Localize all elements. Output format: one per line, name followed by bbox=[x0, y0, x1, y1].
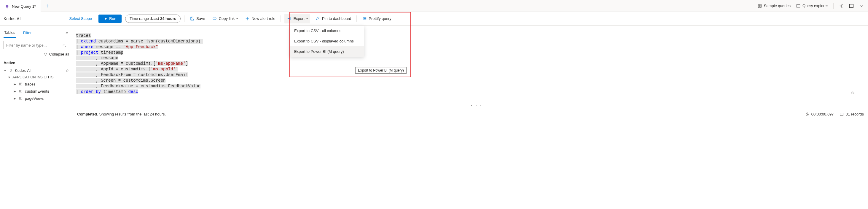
sample-queries-button[interactable]: Sample queries bbox=[757, 4, 790, 8]
sample-queries-label: Sample queries bbox=[764, 4, 790, 8]
run-label: Run bbox=[109, 16, 116, 21]
caret-right-icon: ▶ bbox=[13, 90, 17, 93]
query-explorer-button[interactable]: Query explorer bbox=[796, 4, 828, 8]
chevron-down-icon: ▾ bbox=[236, 17, 238, 20]
gear-icon[interactable] bbox=[839, 4, 844, 8]
export-button[interactable]: Export ▾ bbox=[284, 14, 310, 24]
tab-right-group: Sample queries Query explorer bbox=[757, 3, 868, 9]
status-records-value: 31 records bbox=[846, 112, 864, 116]
code-line: , FeedbackFrom = customdims.UserEmail bbox=[76, 72, 188, 77]
prettify-button[interactable]: Prettify query bbox=[360, 14, 393, 23]
plus-icon bbox=[245, 16, 250, 21]
status-bar: Completed. Showing results from the last… bbox=[73, 109, 868, 119]
tree-item-pageviews[interactable]: ▶ pageViews bbox=[4, 95, 69, 102]
resize-handle[interactable]: • • • bbox=[471, 104, 483, 108]
code-line: , AppName = customdims.['ms-appName'] bbox=[76, 61, 188, 66]
tab-filter[interactable]: Filter bbox=[23, 28, 32, 37]
prettify-icon bbox=[362, 16, 367, 21]
copy-link-button[interactable]: Copy link ▾ bbox=[211, 14, 240, 23]
collapse-all-button[interactable]: Collapse all bbox=[4, 52, 69, 56]
export-csv-displayed[interactable]: Export to CSV - displayed columns bbox=[290, 36, 364, 46]
sidebar-collapse-icon[interactable]: « bbox=[64, 31, 69, 35]
svg-rect-4 bbox=[20, 83, 22, 85]
code-line: , AppId = customdims.['ms-appId'] bbox=[76, 67, 178, 71]
status-records: 31 records bbox=[839, 112, 864, 117]
tree-item-customevents[interactable]: ▶ customEvents bbox=[4, 88, 69, 95]
run-button[interactable]: Run bbox=[98, 14, 122, 23]
svg-rect-2 bbox=[849, 4, 854, 7]
export-icon bbox=[287, 16, 291, 21]
code-line: traces bbox=[76, 33, 91, 38]
favorite-icon[interactable]: ☆ bbox=[65, 68, 69, 73]
tree-item-label: customEvents bbox=[25, 89, 49, 93]
separator bbox=[356, 16, 357, 22]
active-header: Active bbox=[4, 61, 69, 65]
table-icon bbox=[19, 89, 23, 93]
table-icon bbox=[19, 82, 23, 86]
separator bbox=[833, 3, 834, 9]
main-area: Tables Filter « Collapse all Active ▼ Ku… bbox=[0, 26, 868, 109]
pin-label: Pin to dashboard bbox=[322, 16, 351, 21]
new-alert-label: New alert rule bbox=[251, 16, 275, 21]
panel-icon[interactable] bbox=[849, 4, 854, 8]
tree-item-traces[interactable]: ▶ traces bbox=[4, 81, 69, 88]
tree-item-label: traces bbox=[25, 82, 35, 86]
copy-link-label: Copy link bbox=[219, 16, 235, 21]
filter-input[interactable] bbox=[6, 43, 62, 48]
expand-up-icon[interactable] bbox=[851, 80, 866, 106]
collapse-icon bbox=[43, 52, 48, 56]
tab-new-query[interactable]: New Query 1* bbox=[0, 0, 41, 12]
pin-button[interactable]: Pin to dashboard bbox=[314, 14, 353, 23]
grid-icon bbox=[757, 4, 762, 8]
save-label: Save bbox=[196, 16, 205, 21]
explorer-icon bbox=[796, 4, 801, 8]
tooltip: Export to Power BI (M query) bbox=[355, 67, 407, 73]
new-alert-button[interactable]: New alert rule bbox=[243, 14, 277, 23]
stopwatch-icon bbox=[805, 112, 810, 117]
code-line: , Screen = customdims.Screen bbox=[76, 78, 165, 83]
collapse-all-label: Collapse all bbox=[49, 52, 69, 56]
chevron-down-icon: ▾ bbox=[306, 17, 308, 20]
save-button[interactable]: Save bbox=[188, 14, 207, 23]
caret-down-icon: ▼ bbox=[4, 69, 6, 72]
table-icon bbox=[19, 96, 23, 101]
tree-root[interactable]: ▼ Kudos-AI ☆ bbox=[4, 67, 69, 74]
time-range-pill[interactable]: Time range : Last 24 hours bbox=[125, 14, 181, 23]
time-range-label: Time range : bbox=[130, 16, 151, 21]
tree-group[interactable]: ▼ APPLICATION INSIGHTS bbox=[4, 74, 69, 81]
time-range-value: Last 24 hours bbox=[151, 16, 177, 21]
caret-right-icon: ▶ bbox=[13, 83, 17, 86]
sidebar-tabs: Tables Filter « bbox=[4, 28, 69, 38]
code-line: | extend customdims = parse_json(customD… bbox=[76, 39, 203, 43]
export-csv-all[interactable]: Export to CSV - all columns bbox=[290, 26, 364, 36]
code-line: | order by timestamp desc bbox=[76, 89, 138, 94]
tab-tables[interactable]: Tables bbox=[4, 28, 16, 38]
tree-item-label: pageViews bbox=[25, 96, 43, 101]
status-text: Completed. Showing results from the last… bbox=[77, 112, 166, 116]
query-editor[interactable]: traces | extend customdims = parse_json(… bbox=[73, 26, 868, 109]
code-line: , FeedbackValue = customdims.FeedbackVal… bbox=[76, 84, 200, 88]
lightbulb-icon bbox=[5, 4, 9, 9]
query-explorer-label: Query explorer bbox=[803, 4, 828, 8]
status-time-value: 00:00:00.697 bbox=[811, 112, 834, 116]
tab-strip: New Query 1* Sample queries Query explor… bbox=[0, 0, 868, 12]
tree-root-label: Kudos-AI bbox=[15, 68, 31, 73]
svg-rect-6 bbox=[20, 97, 22, 99]
caret-right-icon: ▶ bbox=[13, 97, 17, 100]
export-powerbi[interactable]: Export to Power BI (M query) bbox=[290, 46, 364, 57]
svg-point-1 bbox=[841, 5, 842, 6]
select-scope-button[interactable]: Select Scope bbox=[66, 16, 95, 21]
export-label: Export bbox=[293, 16, 305, 21]
new-tab-button[interactable] bbox=[41, 4, 53, 8]
filter-input-wrap[interactable] bbox=[4, 41, 69, 49]
tree-group-label: APPLICATION INSIGHTS bbox=[12, 75, 53, 79]
svg-rect-0 bbox=[797, 4, 800, 7]
link-icon bbox=[212, 16, 217, 21]
chevron-down-icon[interactable] bbox=[859, 4, 864, 8]
code-line: | project timestamp bbox=[76, 50, 123, 55]
caret-down-icon: ▼ bbox=[8, 76, 11, 79]
tree: ▼ Kudos-AI ☆ ▼ APPLICATION INSIGHTS ▶ tr… bbox=[4, 67, 69, 102]
code-line: | where message == "App Feedback" bbox=[76, 44, 158, 49]
records-icon bbox=[839, 112, 844, 117]
svg-point-3 bbox=[63, 44, 65, 46]
